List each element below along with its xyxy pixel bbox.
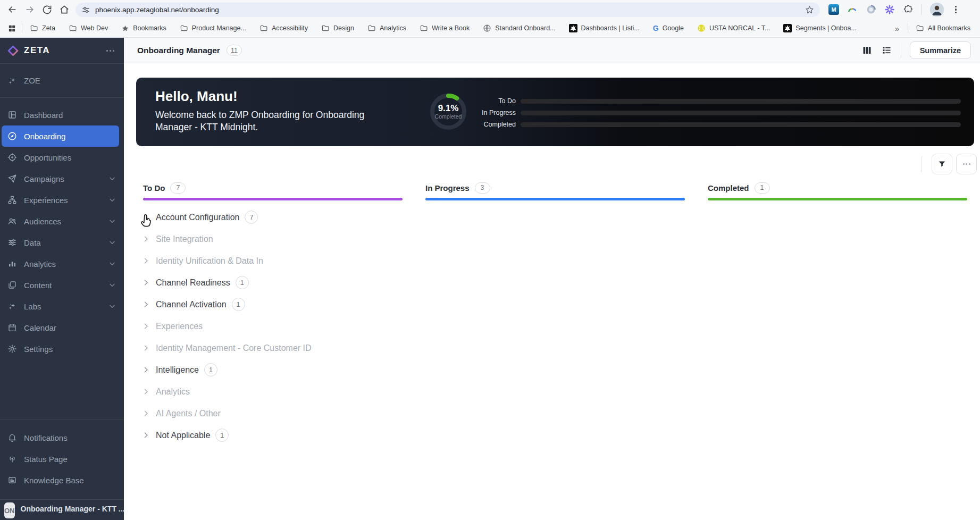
- category-row-site-integration[interactable]: Site Integration: [141, 228, 801, 250]
- bookmark-item[interactable]: Dashboards | Listi...: [569, 24, 640, 32]
- summarize-button[interactable]: Summarize: [910, 41, 971, 59]
- toolbar-divider: [922, 4, 922, 15]
- bookmark-label: Accessibility: [272, 24, 308, 32]
- extension-asterisk-icon[interactable]: [884, 4, 895, 15]
- globe-icon: [483, 24, 491, 32]
- bookmark-item[interactable]: GGoogle: [653, 24, 684, 32]
- bookmark-item[interactable]: Web Dev: [69, 24, 108, 32]
- more-options-button[interactable]: [956, 154, 977, 174]
- apps-grid-icon[interactable]: [7, 24, 16, 33]
- completion-donut: 9.1% Completed: [428, 91, 469, 132]
- chevron-right-icon[interactable]: [141, 256, 150, 265]
- chevron-right-icon[interactable]: [141, 278, 150, 287]
- sidebar-item-knowledge-base[interactable]: Knowledge Base: [0, 469, 124, 491]
- sidebar-item-audiences[interactable]: Audiences: [0, 211, 124, 232]
- bookmark-label: USTA NORCAL - T...: [709, 24, 770, 32]
- bookmark-item[interactable]: Write a Book: [420, 24, 470, 32]
- gear-icon: [7, 344, 17, 354]
- profile-avatar[interactable]: [930, 3, 944, 16]
- bookmarks-divider: [22, 23, 22, 33]
- reload-icon[interactable]: [42, 5, 52, 15]
- sidebar-item-settings[interactable]: Settings: [0, 338, 124, 359]
- chevron-right-icon[interactable]: [141, 387, 150, 396]
- pages-icon: [7, 280, 17, 290]
- bookmark-item[interactable]: Bookmarks: [121, 24, 166, 32]
- sidebar-item-onboarding[interactable]: Onboarding: [2, 125, 119, 147]
- chevron-right-icon[interactable]: [141, 343, 150, 353]
- bookmark-item[interactable]: Segments | Onboa...: [783, 24, 856, 32]
- column-completed: Completed1: [708, 182, 967, 200]
- sidebar-item-analytics[interactable]: Analytics: [0, 253, 124, 274]
- category-row-account-configuration[interactable]: Account Configuration 7: [141, 206, 801, 228]
- all-bookmarks-button[interactable]: All Bookmarks: [916, 24, 970, 32]
- kanban-view-icon[interactable]: [861, 45, 873, 56]
- category-row-identity-management[interactable]: Identity Management - Core Customer ID: [141, 337, 801, 359]
- sidebar-item-experiences[interactable]: Experiences: [0, 189, 124, 211]
- chevron-right-icon[interactable]: [141, 431, 150, 440]
- extension-m-icon[interactable]: M: [828, 4, 839, 15]
- bookmark-item[interactable]: Product Manage...: [180, 24, 246, 32]
- column-underline: [143, 198, 403, 200]
- sidebar-item-notifications[interactable]: Notifications: [0, 427, 124, 448]
- zeta-app-icon: [783, 24, 792, 32]
- bookmark-item[interactable]: Analytics: [367, 24, 406, 32]
- column-underline: [425, 198, 685, 200]
- chevron-right-icon[interactable]: [141, 213, 150, 222]
- browser-menu-icon[interactable]: [952, 6, 960, 14]
- sidebar-nav: Dashboard Onboarding Opportunities Campa…: [0, 98, 124, 359]
- sidebar-item-content[interactable]: Content: [0, 274, 124, 296]
- category-row-intelligence[interactable]: Intelligence 1: [141, 359, 801, 381]
- category-row-analytics[interactable]: Analytics: [141, 381, 801, 402]
- bookmark-item[interactable]: Accessibility: [259, 24, 308, 32]
- list-view-icon[interactable]: [881, 45, 892, 56]
- sidebar-item-zoe[interactable]: ZOE: [0, 64, 124, 98]
- back-icon[interactable]: [7, 4, 18, 15]
- bookmark-item[interactable]: USTA NORCAL - T...: [697, 24, 770, 32]
- status-bar-completed: Completed: [479, 119, 961, 130]
- extension-boomerang-icon[interactable]: [847, 4, 858, 15]
- sidebar-item-opportunities[interactable]: Opportunities: [0, 147, 124, 168]
- category-row-identity-unification[interactable]: Identity Unification & Data In: [141, 250, 801, 272]
- sidebar-menu-icon[interactable]: [104, 48, 116, 54]
- bookmark-label: Analytics: [380, 24, 406, 32]
- bookmark-item[interactable]: Standard Onboard...: [483, 24, 555, 32]
- chevron-right-icon[interactable]: [141, 300, 150, 309]
- sidebar-item-labs[interactable]: Labs: [0, 296, 124, 317]
- address-bar[interactable]: phoenix.app.zetaglobal.net/onboarding: [76, 3, 820, 17]
- chevron-down-icon: [108, 238, 116, 247]
- bookmark-item[interactable]: Design: [321, 24, 354, 32]
- chevron-down-icon: [108, 196, 116, 204]
- site-settings-icon[interactable]: [81, 5, 90, 14]
- bookmarks-bar: Zeta Web Dev Bookmarks Product Manage...…: [0, 19, 980, 37]
- sidebar-item-campaigns[interactable]: Campaigns: [0, 168, 124, 189]
- chevron-right-icon[interactable]: [141, 409, 150, 418]
- sidebar-item-data[interactable]: Data: [0, 232, 124, 253]
- sidebar-item-status-page[interactable]: Status Page: [0, 448, 124, 469]
- forward-icon[interactable]: [24, 4, 35, 15]
- chevron-right-icon[interactable]: [141, 322, 150, 331]
- sidebar-item-dashboard[interactable]: Dashboard: [0, 104, 124, 125]
- sidebar: ZETA ZOE Dashboard Onboarding Opportunit…: [0, 38, 124, 520]
- users-icon: [7, 216, 17, 226]
- category-row-experiences[interactable]: Experiences: [141, 315, 801, 337]
- category-row-channel-readiness[interactable]: Channel Readiness 1: [141, 272, 801, 293]
- signal-icon: [7, 454, 17, 464]
- home-icon[interactable]: [59, 4, 70, 15]
- chevron-right-icon[interactable]: [141, 365, 150, 374]
- category-row-not-applicable[interactable]: Not Applicable 1: [141, 424, 801, 446]
- extension-swirl-icon[interactable]: [866, 4, 876, 15]
- category-row-channel-activation[interactable]: Channel Activation 1: [141, 293, 801, 315]
- user-avatar: ON: [4, 502, 15, 518]
- filter-button[interactable]: [932, 154, 952, 174]
- sidebar-item-calendar[interactable]: Calendar: [0, 317, 124, 338]
- bookmark-star-icon[interactable]: [805, 5, 814, 14]
- sidebar-user[interactable]: ON Onboarding Manager - KTT ...: [0, 499, 124, 520]
- bookmark-item[interactable]: Zeta: [30, 24, 55, 32]
- url-text[interactable]: phoenix.app.zetaglobal.net/onboarding: [95, 6, 800, 14]
- bookmark-label: Design: [333, 24, 354, 32]
- chevron-right-icon[interactable]: [141, 234, 150, 244]
- extensions-puzzle-icon[interactable]: [903, 4, 914, 15]
- status-bars: To Do In Progress Completed: [479, 95, 961, 130]
- category-row-ai-agents-other[interactable]: AI Agents / Other: [141, 402, 801, 424]
- bookmarks-overflow-chevron[interactable]: »: [895, 24, 899, 33]
